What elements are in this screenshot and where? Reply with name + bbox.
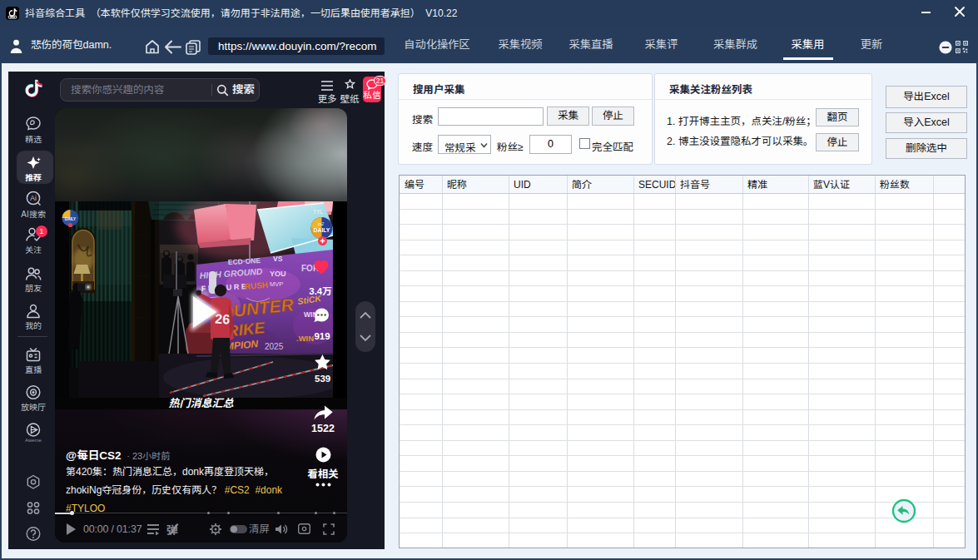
svg-text:ECD·ONE: ECD·ONE [228,256,261,266]
svg-text:919: 919 [314,331,330,341]
svg-text:TYL: TYL [313,209,323,215]
svg-text:YOU: YOU [270,270,286,278]
svg-text:.WIN: .WIN [296,334,314,343]
svg-text:VS: VS [273,255,283,263]
svg-text:26: 26 [215,312,231,327]
svg-text:539: 539 [315,374,330,384]
svg-text:DAILY: DAILY [65,217,76,221]
svg-text:3.4万: 3.4万 [309,286,332,296]
svg-text:DAILY: DAILY [314,227,330,233]
svg-text:MVP: MVP [270,280,283,288]
svg-text:cs2: cs2 [318,222,325,226]
svg-text:Ai: Ai [30,194,37,202]
svg-text:2025: 2025 [265,342,284,351]
